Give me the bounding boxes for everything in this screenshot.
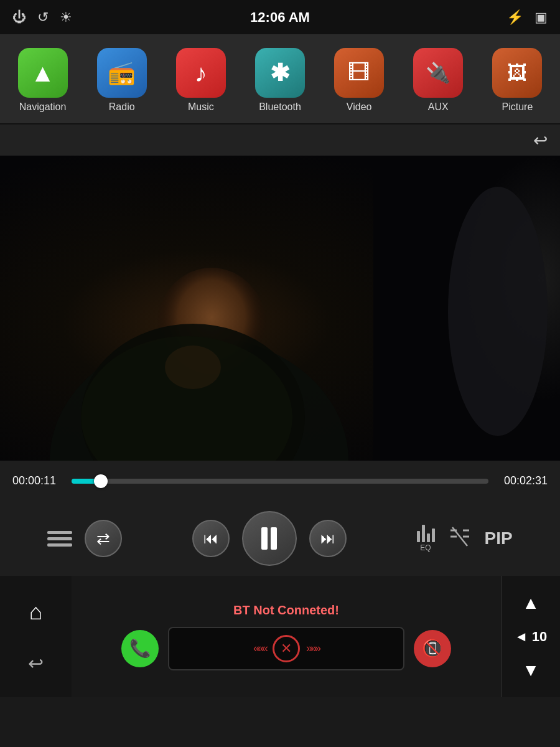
status-time: 12:06 AM — [250, 9, 310, 26]
pip-button[interactable]: PIP — [485, 529, 513, 548]
home-button[interactable]: ⌂ — [29, 599, 43, 625]
radio-icon-box: 📻 — [97, 48, 147, 98]
left-controls: ⇄ — [47, 520, 122, 557]
total-time: 00:02:31 — [498, 474, 548, 487]
playlist-button[interactable] — [47, 531, 72, 547]
call-x-icon: ✕ — [281, 641, 292, 657]
progress-area: 00:00:11 00:02:31 — [0, 461, 560, 501]
bluetooth-label: Bluetooth — [259, 101, 301, 113]
nav-item-aux[interactable]: 🔌 AUX — [404, 48, 472, 113]
music-icon: ♪ — [195, 59, 207, 87]
eq-bar-4 — [432, 529, 435, 542]
picture-icon: 🖼 — [507, 62, 527, 85]
navigation-icon-box: ▲ — [18, 48, 68, 98]
no-shuffle-icon — [447, 524, 472, 549]
brightness-icon[interactable]: ☀ — [60, 9, 72, 26]
bottom-center-controls: BT Not Conneted! 📞 ««« ✕ »»» 📵 — [72, 576, 501, 697]
eq-bar-3 — [427, 533, 430, 542]
nav-item-picture[interactable]: 🖼 Picture — [483, 48, 551, 113]
power-icon[interactable]: ⏻ — [12, 9, 26, 26]
usb-icon: ⚡ — [506, 9, 523, 26]
radio-label: Radio — [109, 101, 135, 113]
nav-item-radio[interactable]: 📻 Radio — [88, 48, 156, 113]
hangup-icon: 📵 — [422, 638, 444, 659]
status-right-icons: ⚡ ▣ — [506, 9, 548, 26]
nav-item-bluetooth[interactable]: ✱ Bluetooth — [246, 48, 314, 113]
back-nav-button[interactable]: ↩ — [28, 652, 44, 674]
call-arrows-right: »»» — [306, 642, 319, 655]
video-player[interactable] — [0, 156, 560, 461]
no-shuffle-button[interactable] — [447, 524, 472, 553]
answer-call-icon: 📞 — [129, 638, 151, 659]
progress-thumb[interactable] — [94, 474, 108, 488]
navigation-label: Navigation — [19, 101, 67, 113]
back-bar: ↩ — [0, 125, 560, 156]
nav-item-navigation[interactable]: ▲ Navigation — [9, 48, 77, 113]
refresh-icon[interactable]: ↺ — [37, 9, 49, 26]
list-line-2 — [47, 537, 72, 540]
back-button[interactable]: ↩ — [533, 130, 548, 151]
video-icon: 🎞 — [348, 60, 370, 86]
music-label: Music — [188, 101, 214, 113]
pause-button[interactable] — [242, 511, 297, 566]
phone-controls: 📞 ««« ✕ »»» 📵 — [121, 627, 451, 670]
bluetooth-icon: ✱ — [270, 59, 290, 87]
repeat-button[interactable]: ⇄ — [85, 520, 122, 557]
answer-call-button[interactable]: 📞 — [121, 630, 159, 667]
center-controls: ⏮ ⏭ — [192, 511, 347, 566]
bottom-section: ⌂ ↩ BT Not Conneted! 📞 ««« ✕ »»» 📵 ▲ ◄ 1… — [0, 576, 560, 697]
current-time: 00:00:11 — [12, 474, 62, 487]
call-arrows-left: ««« — [253, 642, 266, 655]
eq-bar-1 — [417, 531, 420, 542]
svg-point-5 — [448, 187, 548, 436]
call-end-button[interactable]: ✕ — [273, 635, 300, 662]
pause-bar-right — [271, 527, 277, 550]
picture-icon-box: 🖼 — [492, 48, 542, 98]
nav-item-video[interactable]: 🎞 Video — [325, 48, 393, 113]
video-label: Video — [347, 101, 372, 113]
volume-up-button[interactable]: ▲ — [522, 593, 539, 613]
eq-label: EQ — [420, 543, 431, 552]
status-left-icons: ⏻ ↺ ☀ — [12, 9, 72, 26]
volume-down-button[interactable]: ▼ — [522, 660, 539, 680]
aux-icon-box: 🔌 — [413, 48, 463, 98]
pause-icon — [261, 527, 277, 550]
bluetooth-icon-box: ✱ — [255, 48, 305, 98]
picture-label: Picture — [502, 101, 533, 113]
nav-item-music[interactable]: ♪ Music — [167, 48, 235, 113]
pause-bar-left — [261, 527, 268, 550]
eq-bars — [417, 525, 435, 542]
eq-button[interactable]: EQ — [417, 525, 435, 552]
bottom-left-controls: ⌂ ↩ — [0, 576, 72, 697]
radio-icon: 📻 — [108, 60, 136, 86]
next-icon: ⏭ — [320, 530, 335, 547]
status-bar: ⏻ ↺ ☀ 12:06 AM ⚡ ▣ — [0, 0, 560, 34]
video-icon-box: 🎞 — [334, 48, 384, 98]
music-icon-box: ♪ — [176, 48, 226, 98]
nav-bar: ▲ Navigation 📻 Radio ♪ Music ✱ Bluetooth… — [0, 34, 560, 125]
right-controls: EQ PIP — [417, 524, 513, 553]
list-line-3 — [47, 543, 72, 547]
volume-level: ◄ 10 — [515, 629, 547, 645]
bt-status-label: BT Not Conneted! — [233, 603, 339, 618]
progress-track[interactable] — [72, 479, 488, 484]
list-line-1 — [47, 531, 72, 534]
video-frame — [0, 156, 560, 461]
prev-button[interactable]: ⏮ — [192, 520, 230, 557]
video-content-svg — [0, 156, 560, 461]
aux-label: AUX — [428, 101, 449, 113]
call-display: ««« ✕ »»» — [168, 627, 404, 670]
eq-bar-2 — [422, 525, 425, 542]
aux-icon: 🔌 — [426, 61, 450, 85]
bottom-right-controls: ▲ ◄ 10 ▼ — [501, 576, 560, 697]
window-icon[interactable]: ▣ — [534, 9, 548, 26]
prev-icon: ⏮ — [203, 530, 218, 547]
controls-bar: ⇄ ⏮ ⏭ EQ — [0, 501, 560, 576]
next-button[interactable]: ⏭ — [309, 520, 347, 557]
hangup-button[interactable]: 📵 — [414, 630, 451, 667]
navigation-icon: ▲ — [30, 59, 55, 87]
